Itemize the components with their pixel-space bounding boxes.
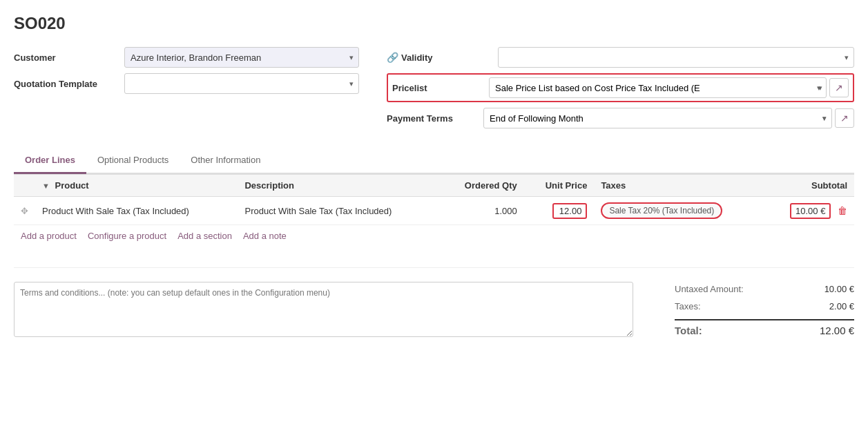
order-lines-table: ▼ Product Description Ordered Qty Unit P… xyxy=(14,175,854,225)
customer-label: Customer xyxy=(14,52,124,63)
taxes-cell[interactable]: Sale Tax 20% (Tax Included) xyxy=(594,197,764,225)
validity-row: 🔗 Validity xyxy=(387,47,854,68)
payment-terms-select-container[interactable]: End of Following Month ▾ xyxy=(483,108,832,128)
external-link-icon-validity: 🔗 xyxy=(387,52,398,63)
add-note-link[interactable]: Add a note xyxy=(243,231,287,241)
col-product xyxy=(14,175,35,197)
pricelist-select[interactable]: Sale Price List based on Cost Price Tax … xyxy=(489,77,827,98)
payment-terms-field-wrap: End of Following Month ▾ ↗ xyxy=(483,108,854,128)
taxes-value: 2.00 € xyxy=(829,301,854,311)
unit-price-box: 12.00 xyxy=(552,203,587,219)
terms-box xyxy=(14,282,633,339)
pricelist-label: Pricelist xyxy=(392,83,489,93)
col-taxes: Taxes xyxy=(594,175,764,197)
pricelist-external-link-button[interactable]: ↗ xyxy=(829,78,849,97)
col-unit-price: Unit Price xyxy=(524,175,595,197)
taxes-label: Taxes: xyxy=(675,301,701,311)
payment-terms-row: Payment Terms End of Following Month ▾ ↗ xyxy=(387,108,854,128)
customer-row: Customer Azure Interior, Brandon Freeman xyxy=(14,47,359,68)
payment-terms-select[interactable]: End of Following Month xyxy=(483,108,832,128)
untaxed-label: Untaxed Amount: xyxy=(675,284,744,294)
unit-price-cell[interactable]: 12.00 xyxy=(524,197,595,225)
subtotal-cell: 10.00 € 🗑 xyxy=(764,197,854,225)
pricelist-field-wrap: Sale Price List based on Cost Price Tax … xyxy=(489,77,849,98)
pricelist-row: Pricelist Sale Price List based on Cost … xyxy=(387,73,854,102)
customer-field[interactable]: Azure Interior, Brandon Freeman xyxy=(124,47,359,68)
validity-label: Validity xyxy=(401,52,498,63)
configure-product-link[interactable]: Configure a product xyxy=(88,231,166,241)
quotation-template-row: Quotation Template xyxy=(14,73,359,94)
subtotal-box: 10.00 € xyxy=(790,203,831,219)
payment-terms-external-link-button[interactable]: ↗ xyxy=(835,108,854,128)
quotation-template-select[interactable] xyxy=(124,73,359,94)
page-title: SO020 xyxy=(14,14,854,33)
add-section-link[interactable]: Add a section xyxy=(177,231,232,241)
payment-terms-label: Payment Terms xyxy=(387,113,483,124)
form-right: 🔗 Validity Pricelist Sale Price List bas… xyxy=(387,47,854,134)
total-value: 12.00 € xyxy=(820,325,854,336)
tabs: Order Lines Optional Products Other Info… xyxy=(14,148,854,174)
ordered-qty-cell: 1.000 xyxy=(441,197,524,225)
terms-textarea[interactable] xyxy=(14,282,633,337)
col-ordered-qty: Ordered Qty xyxy=(441,175,524,197)
order-lines-table-container: ▼ Product Description Ordered Qty Unit P… xyxy=(14,174,854,247)
table-row: ✥ Product With Sale Tax (Tax Included) P… xyxy=(14,197,854,225)
tab-other-information[interactable]: Other Information xyxy=(180,148,271,174)
delete-row-button[interactable]: 🗑 xyxy=(838,205,847,216)
sort-arrow-icon: ▼ xyxy=(42,182,50,190)
form-section: Customer Azure Interior, Brandon Freeman… xyxy=(14,47,854,134)
taxes-box: Sale Tax 20% (Tax Included) xyxy=(601,202,722,219)
add-product-link[interactable]: Add a product xyxy=(21,231,77,241)
product-cell: Product With Sale Tax (Tax Included) xyxy=(35,197,238,225)
total-label: Total: xyxy=(675,325,702,336)
pricelist-select-container[interactable]: Sale Price List based on Cost Price Tax … xyxy=(489,77,827,98)
bottom-section: Untaxed Amount: 10.00 € Taxes: 2.00 € To… xyxy=(14,267,854,339)
form-left: Customer Azure Interior, Brandon Freeman… xyxy=(14,47,359,134)
taxes-row: Taxes: 2.00 € xyxy=(675,299,854,314)
grand-total-row: Total: 12.00 € xyxy=(675,319,854,338)
add-row-links: Add a product Configure a product Add a … xyxy=(14,225,854,247)
totals-section: Untaxed Amount: 10.00 € Taxes: 2.00 € To… xyxy=(647,282,854,339)
drag-handle-cell[interactable]: ✥ xyxy=(14,197,35,225)
validity-select[interactable] xyxy=(498,47,854,68)
col-product-name[interactable]: ▼ Product xyxy=(35,175,238,197)
description-cell: Product With Sale Tax (Tax Included) xyxy=(238,197,440,225)
tab-optional-products[interactable]: Optional Products xyxy=(86,148,180,174)
col-subtotal: Subtotal xyxy=(764,175,854,197)
quotation-template-label: Quotation Template xyxy=(14,79,124,89)
customer-select[interactable]: Azure Interior, Brandon Freeman xyxy=(124,47,359,68)
quotation-template-field[interactable] xyxy=(124,73,359,94)
untaxed-amount-row: Untaxed Amount: 10.00 € xyxy=(675,282,854,296)
table-header-row: ▼ Product Description Ordered Qty Unit P… xyxy=(14,175,854,197)
untaxed-value: 10.00 € xyxy=(824,284,854,294)
col-description: Description xyxy=(238,175,440,197)
tab-order-lines[interactable]: Order Lines xyxy=(14,148,86,174)
validity-field[interactable] xyxy=(498,47,854,68)
